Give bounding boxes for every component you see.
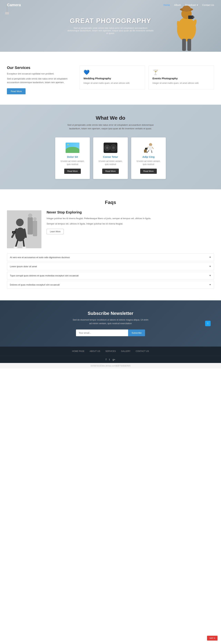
adip-desc: Ut enim ad minim veniam, quis nostrud xyxy=(135,160,162,166)
conse-read-more-button[interactable]: Read More xyxy=(102,169,119,174)
accordion-label-2: Lorem ipsum dolor sit amet xyxy=(10,265,37,268)
services-desc2: Sed ut perspiciatis unde omnis iste natu… xyxy=(7,77,76,84)
dolor-title: Dolor Sit xyxy=(59,155,86,158)
accordion-arrow-4: ▼ xyxy=(209,284,211,286)
footer-nav-services[interactable]: SERVICES xyxy=(105,350,116,352)
whatwedo-cards-grid: ☀ Dolor Sit Ut enim ad minim veniam, qui… xyxy=(7,138,214,179)
svg-point-33 xyxy=(13,232,15,233)
conse-desc: Ut enim ad minim veniam, quis nostrud xyxy=(97,160,124,166)
services-left: Our Services Excepteur sint occaecat cup… xyxy=(7,66,76,94)
newsletter-subscribe-button[interactable]: Subscribe xyxy=(128,330,145,336)
accordion-item-3[interactable]: Tque corrupti quos dolores et quas moles… xyxy=(7,272,214,280)
nav-album[interactable]: Album xyxy=(174,4,181,6)
hero-title: GREAT PHOTOGRAPHY xyxy=(67,17,154,25)
services-read-more-button[interactable]: Read More xyxy=(7,88,26,94)
nav-logo[interactable]: Camera xyxy=(7,3,21,7)
nav-dropdown[interactable]: Dropdown xyxy=(185,4,198,6)
watermark-text: 访问前马社区bbs.deniao.com免责不担保咨询问 xyxy=(90,365,131,367)
services-heading: Our Services xyxy=(7,66,76,70)
accordion-item-1[interactable]: At vero eos et accusamus et iusto odio d… xyxy=(7,254,214,261)
svg-point-23 xyxy=(33,217,37,221)
adip-title: Adip Cing xyxy=(135,155,162,158)
adip-read-more-button[interactable]: Read More xyxy=(140,169,157,174)
faqs-accordion: At vero eos et accusamus et iusto odio d… xyxy=(7,254,214,289)
faqs-top: Never Stop Exploring Integer pulvinar le… xyxy=(7,210,214,248)
services-section: Our Services Excepteur sint occaecat cup… xyxy=(0,52,221,105)
hero-content: GREAT PHOTOGRAPHY Sed ut perspiciatis un… xyxy=(64,14,157,38)
services-grid: Our Services Excepteur sint occaecat cup… xyxy=(7,66,214,94)
dolor-photo-icon: ☀ xyxy=(66,142,79,153)
faqs-paragraph1: Integer pulvinar leo id viverra feugiat.… xyxy=(47,217,151,220)
faqs-learn-more-button[interactable]: Learn More xyxy=(47,229,64,234)
newsletter-description: Sed do eiusmod tempor incididunt ut labo… xyxy=(72,318,149,325)
whatwedo-card-dolor: ☀ Dolor Sit Ut enim ad minim veniam, qui… xyxy=(55,138,90,179)
accordion-item-2[interactable]: Lorem ipsum dolor sit amet ▼ xyxy=(7,262,214,270)
footer-nav-home[interactable]: HOME PAGE xyxy=(72,350,84,352)
svg-point-30 xyxy=(14,246,18,248)
svg-point-18 xyxy=(146,148,147,149)
accordion-arrow-2: ▼ xyxy=(209,265,211,268)
svg-line-14 xyxy=(147,150,149,153)
nav-home[interactable]: Home xyxy=(163,4,170,6)
service-card-events: 🍸 Events Photography Integer sit amet ma… xyxy=(148,66,214,90)
twitter-icon[interactable]: t xyxy=(205,321,211,326)
newsletter-email-input[interactable] xyxy=(76,330,128,336)
accordion-label-4: Dolores et quas molestias excepturi sint… xyxy=(10,284,60,286)
twitter-social-icon[interactable]: t xyxy=(109,358,110,361)
footer-nav-about[interactable]: ABOUT US xyxy=(90,350,100,352)
newsletter-section: t Subscribe Newsletter Sed do eiusmod te… xyxy=(0,300,221,346)
navbar: Camera Home Album Dropdown Contact Us xyxy=(0,0,221,10)
newsletter-form: Subscribe xyxy=(76,330,145,336)
service-card-wedding: 💙 Wedding Photography Integer sit amet m… xyxy=(80,66,145,90)
whatwedo-section: What We do Sed ut perspiciatis unde omni… xyxy=(0,105,221,189)
footer-nav-gallery[interactable]: GALLERY xyxy=(121,350,131,352)
svg-line-29 xyxy=(23,240,24,248)
footer-nav: HOME PAGE ABOUT US SERVICES GALLERY CONT… xyxy=(0,346,221,356)
faqs-paragraph2: Semper at tempus vel, ultrices in ligula… xyxy=(47,222,151,226)
svg-rect-20 xyxy=(28,217,33,234)
wedding-desc: Integer sit amet mattis quam, sit amet u… xyxy=(84,82,141,85)
svg-line-15 xyxy=(152,150,152,153)
whatwedo-heading: What We do xyxy=(7,115,214,121)
footer-nav-contact[interactable]: CONTACT US xyxy=(136,350,149,352)
services-desc1: Excepteur sint occaecat cupidatat non pr… xyxy=(7,72,76,76)
faqs-section: Faqs xyxy=(0,189,221,300)
wedding-title: Wedding Photography xyxy=(84,77,141,80)
wedding-icon: 💙 xyxy=(84,70,141,75)
hero-subtitle: Sed ut perspiciatis unde omnis iste natu… xyxy=(67,27,154,34)
svg-rect-22 xyxy=(33,221,37,236)
accordion-arrow-3: ▼ xyxy=(209,274,211,277)
svg-rect-8 xyxy=(182,39,186,51)
dolor-read-more-button[interactable]: Read More xyxy=(64,169,81,174)
events-title: Events Photography xyxy=(152,77,210,80)
accordion-arrow-1: ▼ xyxy=(209,256,211,258)
accordion-item-4[interactable]: Dolores et quas molestias excepturi sint… xyxy=(7,281,214,289)
accordion-label-1: At vero eos et accusamus et iusto odio d… xyxy=(10,256,70,259)
svg-point-11 xyxy=(148,146,152,150)
conse-camera-icon xyxy=(104,142,117,153)
events-icon: 🍸 xyxy=(152,70,210,75)
newsletter-heading: Subscribe Newsletter xyxy=(7,311,214,316)
whatwedo-card-conse: Conse Tetur Ut enim ad minim veniam, qui… xyxy=(93,138,128,179)
facebook-icon[interactable]: f xyxy=(106,358,106,361)
whatwedo-subtitle: Sed ut perspiciatis unde omnis iste natu… xyxy=(63,123,158,130)
whatwedo-card-adip: Adip Cing Ut enim ad minim veniam, quis … xyxy=(131,138,166,179)
footer-social: f t g+ xyxy=(0,356,221,363)
conse-title: Conse Tetur xyxy=(97,155,124,158)
accordion-label-3: Tque corrupti quos dolores et quas moles… xyxy=(10,274,79,277)
svg-point-24 xyxy=(16,219,24,226)
faqs-never-stop: Never Stop Exploring xyxy=(47,210,151,214)
nav-contact[interactable]: Contact Us xyxy=(202,4,214,6)
hero-cable-car xyxy=(5,12,9,14)
svg-point-31 xyxy=(22,246,26,248)
watermark: 访问前马社区bbs.deniao.com免责不担保咨询问 xyxy=(0,363,221,368)
googleplus-icon[interactable]: g+ xyxy=(113,358,115,361)
svg-rect-16 xyxy=(144,150,147,152)
nav-links: Home Album Dropdown Contact Us xyxy=(163,4,214,6)
faqs-image xyxy=(7,210,42,248)
svg-point-5 xyxy=(192,16,194,18)
events-desc: Integer sit amet mattis quam, sit amet u… xyxy=(152,82,210,85)
newsletter-wrap: t Subscribe Newsletter Sed do eiusmod te… xyxy=(7,311,214,336)
svg-line-13 xyxy=(152,147,153,149)
adip-photographer-icon xyxy=(142,142,155,153)
